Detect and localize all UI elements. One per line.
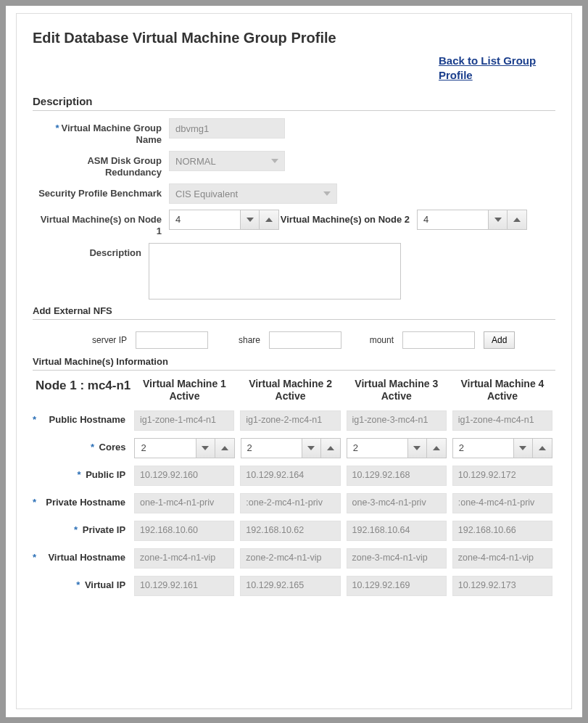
add-button[interactable]: Add	[484, 331, 515, 349]
virtual-ip-2: 10.129.92.165	[240, 576, 340, 596]
virtual-ip-4: 10.129.92.173	[452, 576, 552, 596]
chevron-down-icon[interactable]	[408, 439, 427, 458]
mount-input[interactable]	[402, 331, 475, 349]
vm-node2-stepper[interactable]: 4	[417, 210, 527, 230]
section-description: Description	[33, 95, 555, 107]
divider	[33, 110, 555, 111]
public-ip-3: 10.129.92.168	[347, 466, 447, 486]
virtual-ip-1: 10.129.92.161	[134, 576, 234, 596]
description-textarea[interactable]	[149, 243, 401, 299]
divider	[33, 370, 555, 371]
cores-label: * Cores	[33, 438, 131, 453]
server-ip-label: server IP	[83, 335, 127, 345]
virtual-hostname-3: zone-3-mc4-n1-vip	[347, 548, 447, 569]
private-hostname-4: :one-4-mc4-n1-priv	[452, 493, 552, 513]
chevron-up-icon[interactable]	[321, 439, 340, 458]
back-to-list-link[interactable]: Back to List Group Profile	[439, 54, 569, 82]
chevron-up-icon[interactable]	[533, 439, 552, 458]
divider	[33, 319, 555, 320]
vm-node2-label: Virtual Machine(s) on Node 2	[279, 210, 417, 226]
private-hostname-1: one-1-mc4-n1-priv	[134, 493, 234, 513]
vm-col-2: Virtual Machine 2 Active	[238, 378, 344, 403]
asm-select: NORMAL	[169, 151, 285, 171]
vm-node1-label: Virtual Machine(s) on Node 1	[33, 210, 169, 236]
chevron-down-icon[interactable]	[302, 439, 321, 458]
private-ip-label: * Private IP	[33, 521, 131, 536]
chevron-down-icon	[323, 191, 331, 196]
chevron-up-icon[interactable]	[215, 439, 234, 458]
virtual-hostname-1: zone-1-mc4-n1-vip	[134, 548, 234, 569]
public-hostname-label: *Public Hostname	[33, 410, 131, 426]
virtual-ip-label: * Virtual IP	[33, 576, 131, 591]
page-title: Edit Database Virtual Machine Group Prof…	[33, 30, 555, 46]
public-ip-1: 10.129.92.160	[134, 466, 234, 486]
share-input[interactable]	[269, 331, 341, 349]
public-hostname-1: ig1-zone-1-mc4-n1	[134, 410, 234, 431]
public-ip-label: * Public IP	[33, 466, 131, 481]
private-hostname-label: *Private Hostname	[33, 493, 131, 508]
chevron-down-icon	[271, 159, 278, 163]
share-label: share	[217, 335, 260, 345]
public-ip-4: 10.129.92.172	[452, 466, 552, 486]
cores-2-stepper[interactable]: 2	[241, 438, 341, 458]
server-ip-input[interactable]	[136, 331, 208, 349]
vm-col-4: Virtual Machine 4 Active	[450, 378, 555, 403]
vm-col-3: Virtual Machine 3 Active	[344, 378, 450, 403]
virtual-hostname-4: zone-4-mc4-n1-vip	[452, 548, 552, 569]
cores-4-stepper[interactable]: 2	[452, 438, 552, 458]
security-select: CIS Equivalent	[169, 183, 337, 204]
virtual-hostname-label: *Virtual Hostname	[33, 548, 131, 563]
public-hostname-3: ig1-zone-3-mc4-n1	[347, 410, 447, 431]
chevron-up-icon[interactable]	[508, 210, 526, 229]
security-label: Security Profile Benchmark	[33, 183, 169, 199]
description-label: Description	[33, 243, 149, 259]
private-hostname-3: one-3-mc4-n1-priv	[347, 493, 447, 513]
virtual-hostname-2: zone-2-mc4-n1-vip	[240, 548, 340, 569]
virtual-ip-3: 10.129.92.169	[347, 576, 447, 596]
private-ip-4: 192.168.10.66	[452, 521, 552, 541]
chevron-down-icon[interactable]	[514, 439, 533, 458]
public-ip-2: 10.129.92.164	[240, 466, 340, 486]
section-nfs: Add External NFS	[33, 305, 555, 316]
chevron-down-icon[interactable]	[241, 210, 260, 229]
asm-label: ASM Disk Group Redundancy	[33, 151, 169, 178]
vm-node1-stepper[interactable]: 4	[169, 210, 279, 230]
vm-col-1: Virtual Machine 1 Active	[131, 378, 237, 403]
chevron-up-icon[interactable]	[260, 210, 278, 229]
chevron-up-icon[interactable]	[427, 439, 446, 458]
public-hostname-2: ig1-zone-2-mc4-n1	[240, 410, 340, 431]
public-hostname-4: ig1-zone-4-mc4-n1	[452, 410, 552, 431]
mount-label: mount	[350, 335, 394, 345]
node-title: Node 1 : mc4-n1	[33, 378, 131, 403]
section-vm-info: Virtual Machine(s) Information	[33, 356, 555, 367]
group-name-label: *Virtual Machine Group Name	[33, 118, 169, 145]
group-name-field: dbvmg1	[169, 118, 285, 139]
chevron-down-icon[interactable]	[489, 210, 508, 229]
cores-1-stepper[interactable]: 2	[134, 438, 234, 458]
chevron-down-icon[interactable]	[196, 439, 215, 458]
cores-3-stepper[interactable]: 2	[347, 438, 447, 458]
private-ip-1: 192.168.10.60	[134, 521, 234, 541]
private-ip-2: 192.168.10.62	[240, 521, 340, 541]
private-ip-3: 192.168.10.64	[347, 521, 447, 541]
private-hostname-2: :one-2-mc4-n1-priv	[240, 493, 340, 513]
